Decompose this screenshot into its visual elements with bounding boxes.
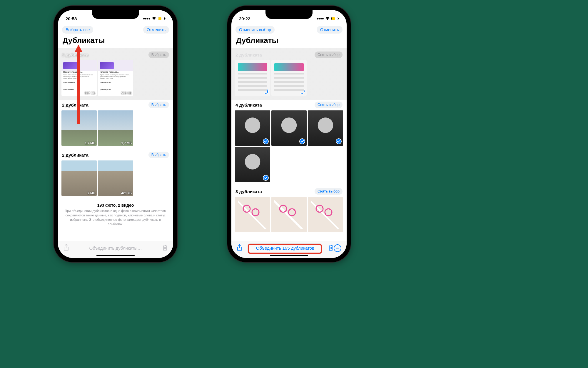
notch	[92, 10, 139, 19]
page-title: Дубликаты	[58, 35, 173, 48]
selected-check-icon	[263, 138, 269, 144]
battery-icon	[331, 17, 339, 20]
photo-thumbnail[interactable]: 420 КБ	[98, 160, 133, 196]
home-indicator[interactable]	[270, 255, 308, 256]
selected-check-icon	[263, 88, 269, 94]
file-size-label: 507 КБ	[85, 91, 95, 95]
group-title: 2 дубликата	[62, 152, 88, 158]
status-icons: ●●●●	[143, 16, 166, 21]
trash-icon[interactable]	[162, 244, 168, 252]
selected-check-icon	[336, 138, 342, 144]
photo-thumbnail[interactable]: Начните трансля… Через несколько секунд …	[98, 60, 133, 96]
file-size-label: 1,7 МБ	[121, 141, 132, 145]
group-deselect-button[interactable]: Снять выбор	[315, 52, 343, 58]
duplicate-group: 2 дубликата Выбрать Начните трансля… Чер…	[58, 48, 173, 100]
group-title: 2 дубликата	[62, 52, 88, 57]
phone-frame-left: 20:58 ●●●● Выбрать все Отменить Дубликат…	[54, 6, 177, 262]
group-title: 4 дубликата	[235, 102, 262, 107]
cancel-button[interactable]: Отменить	[317, 26, 343, 34]
cancel-button[interactable]: Отменить	[143, 26, 169, 34]
photo-thumbnail[interactable]	[235, 110, 270, 146]
group-deselect-button[interactable]: Снять выбор	[315, 188, 343, 195]
wifi-icon	[152, 17, 156, 20]
file-size-label: 2 МБ	[88, 191, 95, 195]
duplicate-group: 2 дубликата Снять выбор	[231, 48, 347, 100]
svg-rect-2	[165, 18, 166, 19]
share-icon[interactable]	[237, 244, 243, 252]
group-title: 3 дубликата	[235, 189, 262, 194]
photo-thumbnail[interactable]	[308, 110, 343, 146]
group-select-button[interactable]: Выбрать	[148, 52, 169, 58]
screen: 20:58 ●●●● Выбрать все Отменить Дубликат…	[58, 10, 173, 258]
group-deselect-button[interactable]: Снять выбор	[315, 102, 343, 108]
photo-thumbnail[interactable]	[235, 147, 270, 182]
svg-rect-6	[332, 17, 335, 20]
notch	[265, 10, 313, 19]
merge-button[interactable]: Объединить 195 дубликатов	[243, 246, 328, 251]
photo-thumbnail[interactable]: 1,7 МБ	[98, 110, 133, 146]
group-title: 2 дубликата	[235, 52, 262, 57]
group-select-button[interactable]: Выбрать	[148, 102, 169, 108]
file-size-label: 420 КБ	[121, 191, 132, 195]
content-scroll[interactable]: 2 дубликата Снять выбор 4 дубликата Снят…	[231, 48, 347, 243]
photo-thumbnail[interactable]	[308, 197, 343, 232]
home-indicator[interactable]	[96, 255, 135, 256]
cellular-icon: ●●●●	[143, 16, 150, 21]
selected-check-icon	[299, 88, 305, 94]
wifi-icon	[325, 17, 330, 20]
deselect-all-button[interactable]: Отменить выбор	[235, 26, 275, 34]
photo-thumbnail[interactable]: 2 МБ	[61, 160, 97, 196]
top-bar: Выбрать все Отменить	[58, 23, 173, 35]
selected-check-icon	[263, 175, 269, 181]
photo-thumbnail[interactable]	[235, 60, 270, 96]
footer-summary: 193 фото, 2 видео При объединении дублик…	[58, 200, 173, 228]
group-title: 2 дубликата	[62, 102, 88, 107]
duplicate-group: 2 дубликата Выбрать 2 МБ 420 КБ	[58, 150, 173, 200]
share-icon[interactable]	[63, 244, 69, 252]
photo-thumbnail[interactable]: 1,7 МБ	[61, 110, 97, 146]
duplicate-group: 2 дубликата Выбрать 1,7 МБ 1,7 МБ	[58, 100, 173, 150]
screen: 20:22 ●●●● Отменить выбор Отменить Дубли…	[231, 10, 347, 258]
svg-rect-7	[338, 18, 339, 19]
footer-description: При объединении дубликатов в одно фото с…	[64, 209, 167, 226]
status-time: 20:58	[66, 16, 77, 21]
select-all-button[interactable]: Выбрать все	[62, 26, 93, 34]
selected-check-icon	[299, 138, 305, 144]
content-scroll[interactable]: 2 дубликата Выбрать Начните трансля… Чер…	[58, 48, 173, 243]
svg-rect-1	[158, 17, 161, 20]
photo-thumbnail[interactable]	[235, 197, 270, 232]
file-size-label: 1,7 МБ	[85, 141, 95, 145]
trash-icon[interactable]	[328, 244, 334, 252]
status-time: 20:22	[239, 16, 250, 21]
photo-thumbnail[interactable]	[271, 60, 307, 96]
top-bar: Отменить выбор Отменить	[231, 23, 347, 35]
footer-count: 193 фото, 2 видео	[64, 203, 167, 208]
cellular-icon: ●●●●	[316, 16, 324, 21]
photo-thumbnail[interactable]	[271, 197, 307, 232]
status-icons: ●●●●	[316, 16, 339, 21]
photo-thumbnail[interactable]: Начните трансля… Через несколько секунд …	[61, 60, 97, 96]
duplicate-group: 3 дубликата Снять выбор	[231, 186, 347, 236]
duplicate-group: 4 дубликата Снять выбор	[231, 100, 347, 186]
file-size-label: 505 КБ	[121, 91, 132, 95]
merge-button: Объединить дубликаты…	[69, 246, 162, 251]
page-title: Дубликаты	[231, 35, 347, 48]
group-select-button[interactable]: Выбрать	[148, 152, 169, 158]
phone-frame-right: 20:22 ●●●● Отменить выбор Отменить Дубли…	[227, 6, 351, 262]
battery-icon	[158, 17, 166, 20]
more-icon[interactable]: ···	[334, 244, 341, 252]
photo-thumbnail[interactable]	[271, 110, 307, 146]
